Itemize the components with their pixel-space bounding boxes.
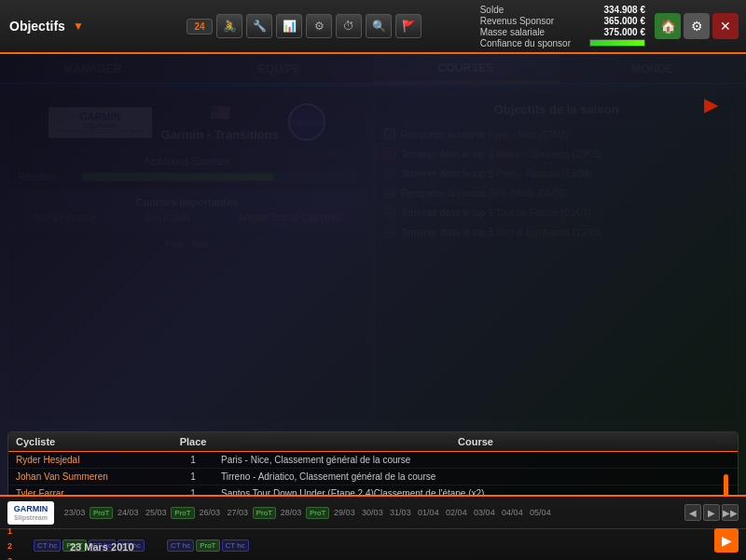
date-label[interactable]: 29/03 bbox=[331, 508, 357, 517]
race-tag-prot: ProT bbox=[306, 507, 329, 519]
tools-icon[interactable]: 🔧 bbox=[246, 14, 272, 38]
date-label[interactable]: 23/03 bbox=[62, 508, 88, 517]
settings-button[interactable]: ⚙ bbox=[684, 13, 710, 39]
td-place: 1 bbox=[165, 455, 221, 465]
row-labels: 1 2 3 bbox=[7, 525, 19, 561]
red-arrow-icon: ▶ bbox=[704, 93, 718, 116]
td-place: 1 bbox=[165, 471, 221, 482]
confiance-label: Confiance du sponsor bbox=[480, 38, 571, 48]
date-label[interactable]: 27/03 bbox=[225, 508, 251, 517]
date-label[interactable]: 24/03 bbox=[115, 508, 141, 517]
masse-label: Masse salariale bbox=[480, 27, 545, 37]
bottom-bar: GARMIN Slipstream 23/03ProT24/0325/03Pro… bbox=[0, 495, 746, 560]
date-label[interactable]: 03/04 bbox=[471, 508, 497, 517]
table-row: Johan Van Summeren 1 Tirreno - Adriatico… bbox=[8, 469, 738, 485]
garmin-bottom-text: GARMIN bbox=[14, 504, 48, 513]
home-button[interactable]: 🏠 bbox=[655, 13, 681, 39]
clock-icon[interactable]: ⏱ bbox=[336, 14, 362, 38]
nav-fast-forward[interactable]: ▶▶ bbox=[722, 504, 739, 521]
solde-label: Solde bbox=[480, 5, 504, 15]
row-num-2: 2 bbox=[7, 540, 19, 553]
garmin-bottom-logo: GARMIN Slipstream bbox=[7, 501, 54, 525]
td-course: Tirreno - Adriatico, Classement général … bbox=[221, 471, 730, 482]
td-course: Paris - Nice, Classement général de la c… bbox=[221, 455, 730, 465]
col-header-place: Place bbox=[165, 436, 221, 447]
search-icon[interactable]: 🔍 bbox=[366, 14, 392, 38]
race-tag-ct: ProT bbox=[196, 540, 219, 552]
date-label[interactable]: 30/03 bbox=[359, 508, 385, 517]
row-num-1: 1 bbox=[7, 525, 19, 538]
col-header-course: Course bbox=[221, 436, 730, 447]
gear-icon[interactable]: ⚙ bbox=[306, 14, 332, 38]
date-label[interactable]: 04/04 bbox=[499, 508, 525, 517]
nav-arrows: ◀ ▶ ▶▶ bbox=[684, 504, 746, 521]
play-button[interactable]: ▶ bbox=[714, 528, 739, 553]
top-right-buttons: 🏠 ⚙ ✕ bbox=[655, 13, 746, 39]
bottom-bar-timeline: GARMIN Slipstream 23/03ProT24/0325/03Pro… bbox=[0, 497, 746, 529]
date-label[interactable]: 05/04 bbox=[527, 508, 553, 517]
table-row: Ryder Hesjedal 1 Paris - Nice, Classemen… bbox=[8, 452, 738, 469]
table-header: Cycliste Place Course bbox=[8, 432, 738, 452]
date-label[interactable]: 26/03 bbox=[197, 508, 223, 517]
nav-prev-arrow[interactable]: ◀ bbox=[684, 504, 701, 521]
stats-section: Solde 334.908 € Revenus Sponsor 365.000 … bbox=[471, 5, 655, 48]
title-section: Objectifs ▼ bbox=[0, 19, 186, 34]
revenus-value: 365.000 € bbox=[604, 16, 646, 26]
chevron-down-icon[interactable]: ▼ bbox=[73, 20, 84, 33]
masse-value: 375.000 € bbox=[604, 27, 646, 37]
timeline-row2: CT hcProTCT hcCT hcCT hcProTCT hc bbox=[34, 540, 739, 552]
timeline: 23/03ProT24/0325/03ProT26/0327/03ProT28/… bbox=[62, 507, 684, 519]
cyclist-icon[interactable]: 🚴 bbox=[216, 14, 242, 38]
td-name[interactable]: Ryder Hesjedal bbox=[16, 455, 165, 465]
date-label[interactable]: 31/03 bbox=[387, 508, 413, 517]
td-name[interactable]: Johan Van Summeren bbox=[16, 471, 165, 482]
race-tag-ct: CT hc bbox=[167, 540, 194, 552]
race-tag-ct: CT hc bbox=[222, 540, 249, 552]
row-num-3: 3 bbox=[7, 554, 19, 561]
race-tag-prot: ProT bbox=[90, 507, 113, 519]
solde-value: 334.908 € bbox=[604, 5, 646, 15]
race-tag-ct: CT hc bbox=[34, 540, 61, 552]
exit-button[interactable]: ✕ bbox=[712, 13, 739, 39]
date-label[interactable]: 02/04 bbox=[443, 508, 469, 517]
top-bar: Objectifs ▼ 24 🚴 🔧 📊 ⚙ ⏱ 🔍 🚩 Solde 334.9… bbox=[0, 0, 746, 54]
garmin-bottom-sub: Slipstream bbox=[14, 514, 48, 521]
race-tag-prot: ProT bbox=[171, 507, 194, 519]
flag-icon-top[interactable]: 🚩 bbox=[395, 14, 421, 38]
page-title: Objectifs bbox=[9, 19, 65, 34]
calendar-icon[interactable]: 24 bbox=[186, 19, 213, 34]
confiance-value bbox=[589, 38, 645, 48]
current-date-display: 23 Mars 2010 bbox=[70, 541, 134, 553]
chart-icon[interactable]: 📊 bbox=[276, 14, 302, 38]
revenus-label: Revenus Sponsor bbox=[480, 16, 555, 26]
top-icons: 24 🚴 🔧 📊 ⚙ ⏱ 🔍 🚩 bbox=[186, 14, 471, 38]
nav-next-arrow[interactable]: ▶ bbox=[703, 504, 720, 521]
date-label[interactable]: 25/03 bbox=[143, 508, 169, 517]
date-label[interactable]: 28/03 bbox=[278, 508, 304, 517]
date-label[interactable]: 01/04 bbox=[415, 508, 441, 517]
col-header-cycliste: Cycliste bbox=[16, 436, 165, 447]
race-tag-prot: ProT bbox=[253, 507, 276, 519]
